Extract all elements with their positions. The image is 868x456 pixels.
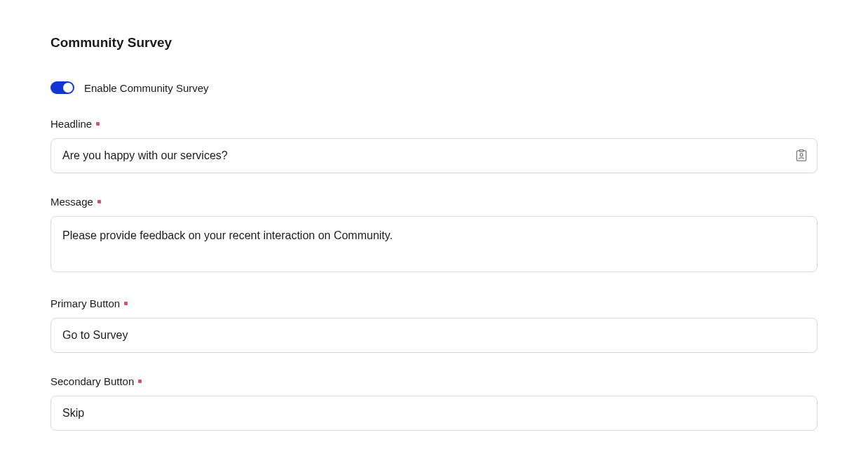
headline-input-wrapper bbox=[50, 138, 818, 173]
svg-rect-0 bbox=[796, 151, 806, 161]
required-marker bbox=[97, 200, 101, 203]
primary-button-input[interactable] bbox=[50, 318, 818, 353]
primary-button-group: Primary Button bbox=[50, 297, 818, 353]
enable-survey-toggle[interactable] bbox=[50, 81, 74, 94]
message-label-text: Message bbox=[50, 196, 93, 208]
headline-input[interactable] bbox=[50, 138, 818, 173]
secondary-button-label-text: Secondary Button bbox=[50, 375, 134, 387]
message-textarea[interactable] bbox=[50, 216, 818, 272]
svg-rect-1 bbox=[799, 150, 803, 152]
enable-survey-toggle-row: Enable Community Survey bbox=[50, 81, 818, 94]
contact-card-icon[interactable] bbox=[795, 149, 808, 163]
page-title: Community Survey bbox=[50, 35, 818, 51]
message-label: Message bbox=[50, 196, 818, 208]
primary-button-label-text: Primary Button bbox=[50, 297, 120, 309]
primary-button-label: Primary Button bbox=[50, 297, 818, 309]
headline-label: Headline bbox=[50, 118, 818, 130]
svg-point-2 bbox=[800, 154, 803, 156]
required-marker bbox=[96, 122, 100, 126]
secondary-button-group: Secondary Button bbox=[50, 375, 818, 431]
toggle-knob bbox=[63, 83, 73, 93]
headline-group: Headline bbox=[50, 118, 818, 173]
required-marker bbox=[124, 302, 128, 305]
secondary-button-label: Secondary Button bbox=[50, 375, 818, 387]
headline-label-text: Headline bbox=[50, 118, 92, 130]
enable-survey-toggle-label: Enable Community Survey bbox=[84, 82, 209, 94]
required-marker bbox=[138, 380, 142, 383]
message-group: Message bbox=[50, 196, 818, 275]
secondary-button-input[interactable] bbox=[50, 396, 818, 431]
